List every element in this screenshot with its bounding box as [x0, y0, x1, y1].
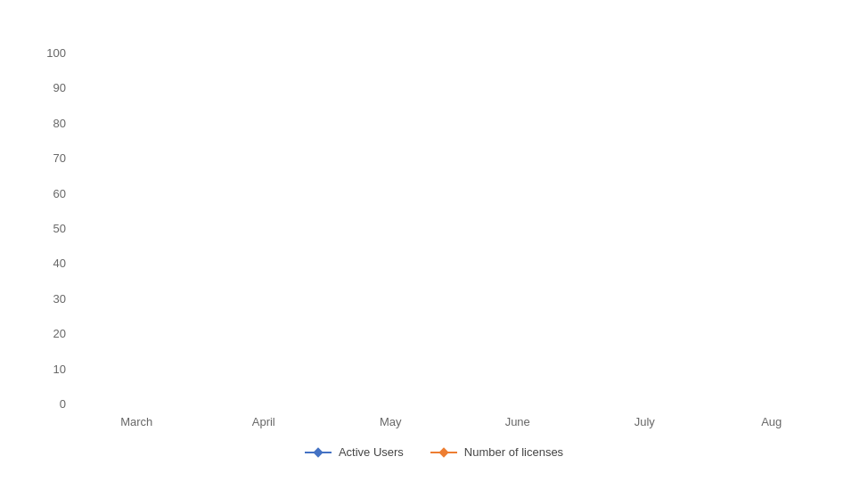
y-axis-label: 80	[53, 118, 66, 129]
y-axis-label: 10	[53, 363, 66, 375]
x-axis: MarchAprilMayJuneJulyAug	[73, 410, 835, 436]
legend-label: Active Users	[339, 445, 404, 459]
chart-area: 1009080706050403020100 MarchAprilMayJune…	[33, 47, 835, 436]
y-axis-label: 100	[46, 47, 66, 59]
data-point	[665, 118, 674, 126]
x-axis-label: March	[73, 415, 201, 436]
y-axis-label: 60	[53, 188, 66, 200]
y-axis-label: 0	[60, 398, 66, 410]
x-axis-label: May	[327, 415, 454, 436]
legend-item: Active Users	[305, 445, 404, 459]
data-point	[517, 189, 526, 198]
y-axis-label: 20	[53, 328, 66, 339]
data-point	[73, 259, 82, 268]
legend-item: Number of licenses	[430, 445, 563, 459]
y-axis-label: 90	[53, 82, 66, 94]
y-axis-label: 70	[53, 152, 66, 164]
grid-and-lines	[73, 47, 835, 410]
data-point	[813, 238, 822, 247]
x-axis-label: Aug	[708, 415, 836, 436]
data-point	[369, 118, 378, 126]
x-axis-label: July	[581, 415, 708, 436]
series-line	[78, 118, 817, 154]
data-point	[369, 238, 378, 247]
data-point	[221, 249, 230, 257]
y-axis-label: 40	[53, 257, 66, 269]
x-axis-label: June	[454, 415, 582, 436]
y-axis-label: 30	[53, 293, 66, 305]
y-axis-label: 50	[53, 223, 66, 234]
legend: Active UsersNumber of licenses	[305, 445, 563, 459]
legend-label: Number of licenses	[464, 445, 563, 459]
plot-area: MarchAprilMayJuneJulyAug	[73, 47, 835, 436]
data-point	[517, 118, 526, 126]
chart-container: 1009080706050403020100 MarchAprilMayJune…	[24, 13, 844, 468]
chart-svg	[73, 47, 835, 410]
y-axis: 1009080706050403020100	[33, 47, 73, 436]
x-axis-label: April	[201, 415, 328, 436]
